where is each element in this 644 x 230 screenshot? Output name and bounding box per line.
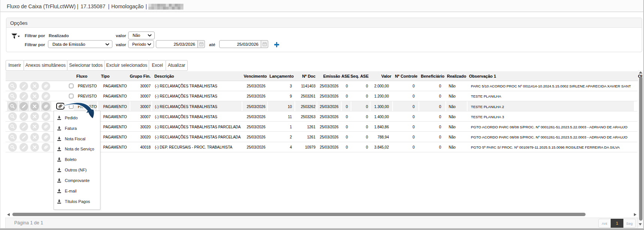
svg-text:7: 7 (201, 44, 202, 46)
svg-text:7: 7 (264, 44, 265, 46)
